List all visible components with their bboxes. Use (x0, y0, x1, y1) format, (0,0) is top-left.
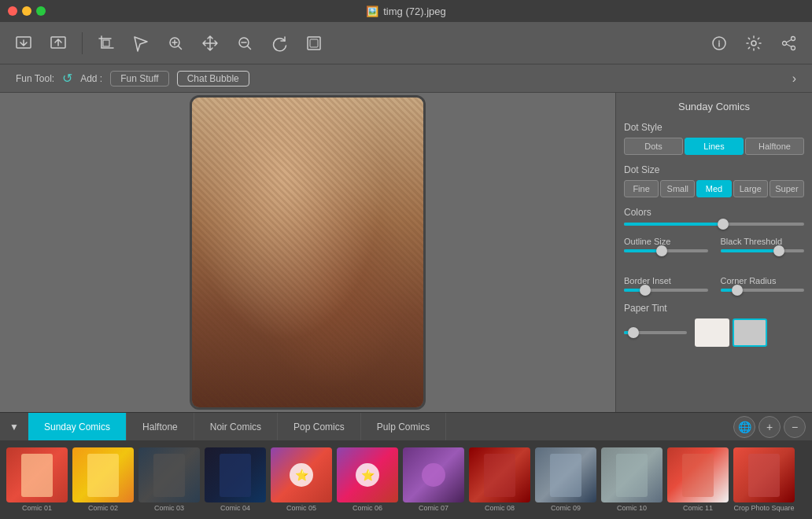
collapse-filmstrip-button[interactable]: ▼ (0, 413, 28, 441)
paper-tint-label: Paper Tint (624, 303, 804, 314)
paper-swatch-gray[interactable] (733, 318, 767, 347)
fullscreen-button[interactable] (36, 6, 46, 16)
rotate-icon[interactable] (265, 29, 293, 57)
import-icon[interactable] (9, 29, 38, 57)
dot-size-med[interactable]: Med (696, 180, 731, 197)
panel-title: Sunday Comics (624, 101, 804, 112)
chat-bubble-button[interactable]: Chat Bubble (177, 71, 249, 86)
colors-label: Colors (624, 207, 804, 218)
fun-tool-refresh-icon[interactable]: ↺ (62, 71, 72, 86)
filmstrip-item-12[interactable]: Crop Photo Square (733, 447, 795, 512)
filmstrip-item-05[interactable]: ⭐ Comic 05 (271, 447, 332, 512)
tab-pulp-comics[interactable]: Pulp Comics (361, 413, 446, 441)
traffic-lights (8, 6, 46, 16)
filmstrip-item-02[interactable]: Comic 02 (72, 447, 134, 512)
move-icon[interactable] (196, 29, 224, 57)
dot-size-small[interactable]: Small (660, 180, 695, 197)
border-inset-thumb[interactable] (640, 285, 651, 296)
canvas-area (0, 93, 615, 412)
expand-arrow-icon[interactable]: › (792, 72, 796, 86)
dot-style-halftone[interactable]: Halftone (745, 138, 804, 155)
colors-slider-fill (624, 223, 723, 226)
filmstrip-thumb-09 (535, 447, 596, 502)
dot-size-large[interactable]: Large (733, 180, 768, 197)
tab-action-add[interactable]: + (758, 416, 781, 438)
colors-slider-thumb[interactable] (718, 219, 729, 230)
tab-sunday-comics[interactable]: Sunday Comics (28, 413, 127, 441)
crop-icon[interactable] (92, 29, 120, 57)
corner-radius-slider[interactable] (721, 289, 805, 292)
tab-noir-comics[interactable]: Noir Comics (194, 413, 278, 441)
svg-point-8 (751, 41, 756, 46)
dot-size-fine[interactable]: Fine (624, 180, 659, 197)
tab-pop-comics[interactable]: Pop Comics (278, 413, 361, 441)
paper-tint-thumb[interactable] (628, 327, 639, 338)
window-title: 🖼️ timg (72).jpeg (366, 6, 445, 17)
dot-style-dots[interactable]: Dots (624, 138, 683, 155)
filmstrip-item-03[interactable]: Comic 03 (138, 447, 200, 512)
border-inset-label: Border Inset (624, 276, 708, 285)
corner-radius-label: Corner Radius (721, 276, 805, 285)
corner-radius-thumb[interactable] (732, 285, 743, 296)
share-icon[interactable] (774, 29, 803, 57)
filmstrip-item-04[interactable]: Comic 04 (205, 447, 266, 512)
zoom-in-icon[interactable] (161, 29, 190, 57)
main-area: Sunday Comics Dot Style Dots Lines Halft… (0, 93, 812, 412)
filmstrip-thumb-01 (6, 447, 68, 502)
settings-icon[interactable] (740, 29, 768, 57)
outline-size-thumb[interactable] (656, 245, 667, 256)
black-threshold-col: Black Threshold (721, 237, 805, 252)
filmstrip-item-11[interactable]: Comic 11 (667, 447, 729, 512)
svg-point-11 (792, 46, 795, 50)
dot-size-super[interactable]: Super (770, 180, 804, 197)
paper-tint-swatches (695, 318, 767, 347)
tab-halftone[interactable]: Halftone (127, 413, 194, 441)
dot-style-group: Dots Lines Halftone (624, 138, 804, 155)
paper-tint-slider[interactable] (624, 331, 687, 334)
add-label: Add : (80, 73, 102, 84)
outline-size-slider[interactable] (624, 249, 708, 252)
export-icon[interactable] (44, 29, 72, 57)
corner-radius-col: Corner Radius (721, 276, 805, 292)
border-inset-slider[interactable] (624, 289, 708, 292)
tab-action-remove[interactable]: − (784, 416, 806, 438)
filmstrip-item-07[interactable]: Comic 07 (403, 447, 464, 512)
filmstrip-thumb-11 (667, 447, 729, 502)
border-corner-row: Border Inset Corner Radius (624, 276, 804, 292)
tag-icon[interactable] (127, 29, 155, 57)
filmstrip-item-09[interactable]: Comic 09 (535, 447, 596, 512)
paper-swatch-white[interactable] (695, 318, 729, 347)
colors-slider-row: Colors (624, 207, 804, 226)
filmstrip-label-10: Comic 10 (617, 504, 647, 512)
close-button[interactable] (8, 6, 17, 16)
right-panel: Sunday Comics Dot Style Dots Lines Halft… (615, 93, 812, 412)
filmstrip-item-01[interactable]: Comic 01 (6, 447, 68, 512)
colors-slider-track[interactable] (624, 223, 804, 226)
dot-size-label: Dot Size (624, 164, 804, 175)
fun-stuff-button[interactable]: Fun Stuff (110, 71, 168, 86)
info-icon[interactable] (705, 29, 733, 57)
frame-icon[interactable] (300, 29, 328, 57)
filmstrip-item-08[interactable]: Comic 08 (469, 447, 530, 512)
filmstrip-label-07: Comic 07 (419, 504, 448, 512)
minimize-button[interactable] (22, 6, 31, 16)
filmstrip-label-03: Comic 03 (154, 504, 184, 512)
filmstrip-thumb-04 (205, 447, 266, 502)
black-threshold-slider[interactable] (721, 249, 805, 252)
dot-style-lines[interactable]: Lines (685, 138, 744, 155)
title-icon: 🖼️ (366, 6, 378, 17)
tab-right-actions: 🌐 + − (727, 416, 812, 438)
filmstrip-item-06[interactable]: ⭐ Comic 06 (337, 447, 398, 512)
dot-size-group: Fine Small Med Large Super (624, 180, 804, 197)
svg-point-9 (783, 41, 787, 45)
svg-rect-2 (103, 40, 109, 46)
canvas-image-inner (192, 98, 423, 407)
filmstrip-thumb-10 (601, 447, 663, 502)
filmstrip-item-10[interactable]: Comic 10 (601, 447, 663, 512)
tab-action-globe[interactable]: 🌐 (733, 416, 755, 438)
toolbar-right-icons (705, 29, 803, 57)
filmstrip-thumb-02 (72, 447, 134, 502)
zoom-out-icon[interactable] (231, 29, 259, 57)
outline-size-col: Outline Size (624, 237, 708, 252)
black-threshold-thumb[interactable] (773, 245, 784, 256)
